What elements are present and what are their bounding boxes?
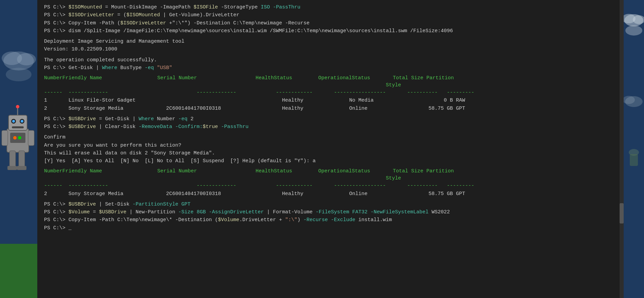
command-line: PS C:\> Get-Disk | Where BusType -eq "US…	[44, 64, 617, 72]
svg-rect-32	[630, 154, 638, 166]
blank-line	[44, 112, 617, 115]
svg-point-18	[13, 136, 17, 140]
table-data-row: 2 Sony Storage Media 2C60014041700I0318 …	[44, 105, 617, 112]
svg-rect-17	[10, 133, 25, 143]
scrollbar[interactable]	[620, 0, 624, 298]
command-line: [Y] Yes [A] Yes to All [N] No [L] No to …	[44, 157, 617, 165]
svg-rect-8	[12, 126, 24, 128]
blank-line	[44, 165, 617, 168]
command-line: Deployment Image Servicing and Managemen…	[44, 38, 617, 45]
command-line: PS C:\> Copy-Item -Path ($ISODriveLetter…	[44, 19, 617, 27]
svg-point-28	[625, 25, 642, 36]
command-line: PS C:\> _	[44, 224, 617, 232]
blank-line	[44, 54, 617, 56]
table-header-row2: Style	[44, 175, 617, 182]
blank-line	[44, 35, 617, 38]
svg-rect-14	[19, 151, 25, 168]
left-decoration	[0, 0, 37, 298]
command-line: PS C:\> dism /Split-Image /ImageFile:C:\…	[44, 27, 617, 35]
command-line: PS C:\> $ISODriveLetter = ($ISOMounted |…	[44, 11, 617, 19]
right-decoration	[624, 0, 644, 298]
command-line: PS C:\> $USBDrive | Clear-Disk -RemoveDa…	[44, 123, 617, 131]
table-divider: ------ ------------- ------------- -----…	[44, 89, 617, 97]
command-line: PS C:\> $USBDrive | Set-Disk -PartitionS…	[44, 200, 617, 208]
terminal-window[interactable]: PS C:\> $ISOMounted = Mount-DiskImage -I…	[37, 0, 624, 298]
command-line: PS C:\> $Volume = $USBDrive | New-Partit…	[44, 208, 617, 216]
command-line: The operation completed successfully.	[44, 56, 617, 64]
command-line: PS C:\> Copy-Item -Path C:\Temp\newimage…	[44, 216, 617, 224]
command-line: Version: 10.0.22509.1000	[44, 45, 617, 53]
table-data-row: 1 Linux File-Stor Gadget Healthy No Medi…	[44, 97, 617, 104]
command-line: This will erase all data on disk 2 "Sony…	[44, 149, 617, 157]
svg-point-19	[18, 136, 21, 140]
svg-rect-13	[9, 151, 16, 168]
svg-point-5	[12, 120, 15, 123]
command-line: Are you sure you want to perform this ac…	[44, 142, 617, 149]
svg-rect-1	[0, 244, 37, 298]
blank-line	[44, 198, 617, 200]
svg-rect-15	[7, 166, 17, 170]
table-header-row2: Style	[44, 82, 617, 89]
svg-rect-11	[2, 130, 8, 146]
table-divider: ------ ------------- ------------- -----…	[44, 182, 617, 190]
command-line: PS C:\> $USBDrive = Get-Disk | Where Num…	[44, 115, 617, 123]
svg-point-22	[17, 53, 36, 65]
blank-line	[44, 72, 617, 74]
svg-point-10	[16, 105, 19, 108]
scrollbar-thumb[interactable]	[620, 203, 624, 224]
command-line: PS C:\> $ISOMounted = Mount-DiskImage -I…	[44, 3, 617, 11]
table-data-row: 2 Sony Storage Media 2C60014041700I0318 …	[44, 190, 617, 198]
svg-point-7	[21, 120, 23, 123]
svg-rect-12	[28, 130, 34, 146]
command-line: Confirm	[44, 133, 617, 141]
blank-line	[44, 131, 617, 133]
svg-point-23	[6, 68, 32, 81]
svg-rect-16	[17, 166, 26, 170]
